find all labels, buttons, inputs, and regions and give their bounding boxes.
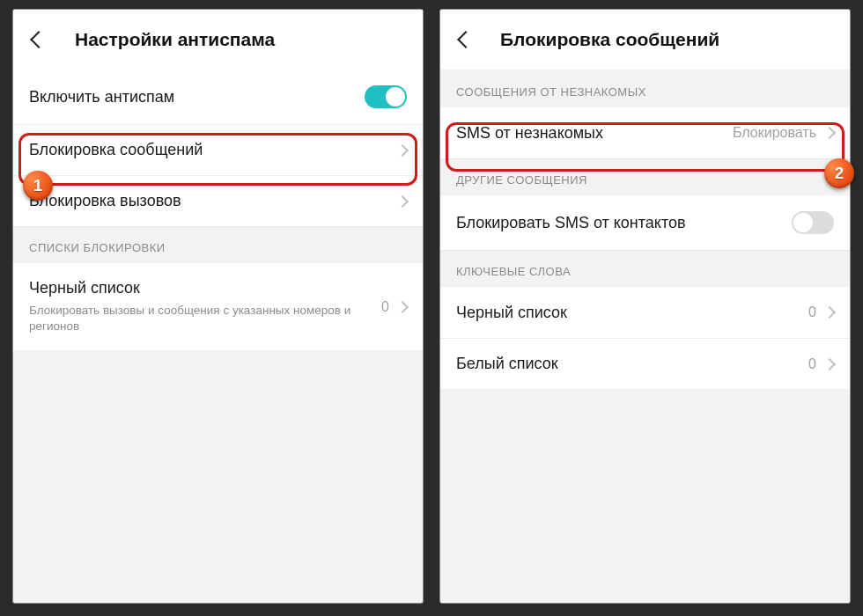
- chevron-right-icon: [823, 357, 836, 370]
- group-other: Блокировать SMS от контактов: [440, 195, 850, 250]
- group-blocklists: Черный список Блокировать вызовы и сообщ…: [13, 263, 423, 350]
- section-header-blocklists: СПИСКИ БЛОКИРОВКИ: [13, 226, 423, 263]
- toggle-enable-antispam[interactable]: [365, 85, 407, 108]
- chevron-right-icon: [396, 194, 409, 207]
- chevron-right-icon: [396, 301, 409, 313]
- back-button[interactable]: [27, 28, 50, 51]
- annotation-badge-2: 2: [824, 158, 854, 188]
- toggle-block-contacts[interactable]: [792, 211, 834, 234]
- row-sms-unknown[interactable]: SMS от незнакомых Блокировать: [440, 107, 850, 158]
- group-main: Включить антиспам Блокировка сообщений Б…: [13, 70, 423, 226]
- row-label: SMS от незнакомых: [456, 124, 603, 143]
- row-label: Блокировать SMS от контактов: [456, 214, 686, 232]
- header: Блокировка сообщений: [440, 10, 850, 70]
- section-header-keywords: КЛЮЧЕВЫЕ СЛОВА: [440, 250, 850, 287]
- row-value: 0: [808, 356, 816, 372]
- row-keyword-whitelist[interactable]: Белый список 0: [440, 338, 850, 389]
- row-block-contacts[interactable]: Блокировать SMS от контактов: [440, 195, 850, 250]
- row-label: Черный список: [29, 279, 381, 297]
- row-label: Черный список: [456, 304, 567, 322]
- back-button[interactable]: [454, 28, 477, 51]
- row-value: Блокировать: [733, 125, 816, 141]
- page-title: Блокировка сообщений: [500, 29, 719, 50]
- chevron-right-icon: [823, 127, 836, 139]
- row-value: 0: [808, 304, 816, 320]
- screen-antispam-settings: Настройки антиспама Включить антиспам Бл…: [12, 9, 424, 604]
- row-subtitle: Блокировать вызовы и сообщения с указанн…: [29, 303, 353, 334]
- header: Настройки антиспама: [13, 10, 423, 70]
- chevron-right-icon: [396, 143, 409, 156]
- row-label: Блокировка вызовов: [29, 192, 181, 210]
- row-label: Белый список: [456, 355, 558, 373]
- row-label: Блокировка сообщений: [29, 141, 203, 159]
- row-enable-antispam[interactable]: Включить антиспам: [13, 70, 423, 124]
- row-keyword-blacklist[interactable]: Черный список 0: [440, 287, 850, 338]
- row-label: Включить антиспам: [29, 88, 174, 106]
- row-value: 0: [381, 299, 389, 315]
- row-blacklist[interactable]: Черный список Блокировать вызовы и сообщ…: [13, 263, 423, 350]
- group-unknown: SMS от незнакомых Блокировать: [440, 107, 850, 158]
- group-keywords: Черный список 0 Белый список 0: [440, 287, 850, 389]
- annotation-badge-1: 1: [23, 171, 53, 201]
- screen-message-blocking: Блокировка сообщений СООБЩЕНИЯ ОТ НЕЗНАК…: [439, 9, 851, 604]
- section-header-other: ДРУГИЕ СООБЩЕНИЯ: [440, 158, 850, 195]
- page-title: Настройки антиспама: [75, 29, 275, 50]
- section-header-unknown: СООБЩЕНИЯ ОТ НЕЗНАКОМЫХ: [440, 70, 850, 107]
- row-message-blocking[interactable]: Блокировка сообщений: [13, 124, 423, 175]
- row-call-blocking[interactable]: Блокировка вызовов: [13, 175, 423, 226]
- chevron-right-icon: [823, 306, 836, 319]
